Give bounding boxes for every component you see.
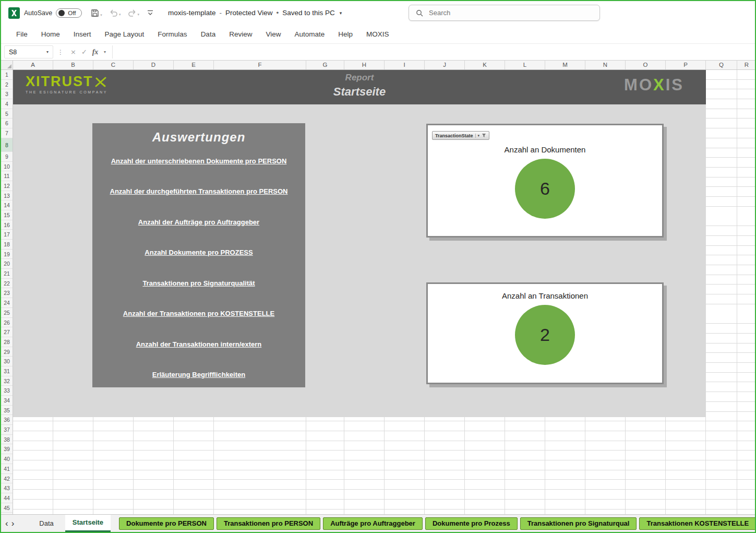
row-header[interactable]: 23 <box>1 288 13 298</box>
column-header[interactable]: O <box>626 61 666 69</box>
quick-access-customize-button[interactable] <box>143 7 158 18</box>
row-header[interactable]: 31 <box>1 366 13 376</box>
row-header[interactable]: 16 <box>1 220 13 230</box>
column-header[interactable]: B <box>53 61 93 69</box>
row-header[interactable]: 8 <box>1 138 13 152</box>
column-header[interactable]: P <box>666 61 706 69</box>
undo-button[interactable]: ▾ <box>106 7 125 19</box>
row-header[interactable]: 32 <box>1 376 13 386</box>
formula-bar-handle[interactable]: ⋮ <box>53 49 68 56</box>
row-header[interactable]: 12 <box>1 181 13 191</box>
report-link[interactable]: Transaktionen pro Signaturqualität <box>95 279 302 287</box>
column-header[interactable]: N <box>585 61 626 69</box>
row-header[interactable]: 33 <box>1 386 13 396</box>
title-dropdown-chevron-icon[interactable]: ▾ <box>339 9 343 17</box>
column-header[interactable]: L <box>505 61 545 69</box>
sheet-tab[interactable]: Aufträge pro Auftraggeber <box>323 517 423 530</box>
row-header[interactable]: 28 <box>1 337 13 347</box>
row-header[interactable]: 9 <box>1 152 13 162</box>
report-link[interactable]: Anzahl der Aufträge pro Auftraggeber <box>95 218 302 226</box>
row-header[interactable]: 14 <box>1 200 13 210</box>
transaction-state-slicer[interactable]: TransactionState ▾ <box>432 131 489 140</box>
report-link[interactable]: Anzahl der Transaktionen pro KOSTENSTELL… <box>95 310 302 317</box>
save-button[interactable]: ▾ <box>87 7 106 19</box>
row-header[interactable]: 42 <box>1 474 13 484</box>
redo-button[interactable]: ▾ <box>124 7 143 19</box>
report-link[interactable]: Erläuterung Begrifflichkeiten <box>95 371 302 378</box>
row-header[interactable]: 18 <box>1 240 13 250</box>
enter-button[interactable]: ✓ <box>79 48 90 56</box>
transactions-chart-card[interactable]: Anzahl an Transaktionen 2 <box>426 282 664 384</box>
column-header[interactable]: D <box>134 61 174 69</box>
column-header[interactable]: H <box>344 61 385 69</box>
row-header[interactable]: 26 <box>1 318 13 328</box>
column-header[interactable]: K <box>465 61 505 69</box>
column-header[interactable]: A <box>13 61 53 69</box>
ribbon-tab[interactable]: Formulas <box>151 27 194 42</box>
ribbon-tab[interactable]: Data <box>194 27 223 42</box>
sheet-tab[interactable]: Transaktionen pro PERSON <box>217 517 320 530</box>
autosave-toggle[interactable]: Off <box>56 8 82 18</box>
row-header[interactable]: 6 <box>1 119 13 128</box>
report-link[interactable]: Anzahl der unterschriebenen Dokumente pr… <box>95 157 302 165</box>
row-header[interactable]: 43 <box>1 483 13 493</box>
ribbon-tab[interactable]: File <box>9 27 34 42</box>
column-header[interactable]: R <box>737 61 755 69</box>
name-box[interactable]: S8 ▾ <box>4 45 53 58</box>
documents-chart-card[interactable]: TransactionState ▾ Anzahl an Dokumenten … <box>426 124 664 238</box>
sheet-tab-startseite[interactable]: Startseite <box>65 515 111 532</box>
column-header[interactable]: Q <box>706 61 737 69</box>
search-input[interactable] <box>409 5 600 21</box>
row-header[interactable]: 3 <box>1 89 13 99</box>
row-header[interactable]: 21 <box>1 269 13 279</box>
row-header[interactable]: 2 <box>1 80 13 90</box>
report-link[interactable]: Anzahl Dokumente pro PROZESS <box>95 248 302 256</box>
row-header[interactable]: 22 <box>1 279 13 289</box>
row-header[interactable]: 19 <box>1 250 13 259</box>
sheet-tab[interactable]: Transaktionen KOSTENSTELLE <box>639 517 756 530</box>
ribbon-tab[interactable]: Automate <box>287 27 331 42</box>
row-header[interactable]: 17 <box>1 230 13 240</box>
formula-bar-expand-icon[interactable]: ▾ <box>101 50 109 54</box>
search-text-field[interactable] <box>428 8 593 17</box>
report-link[interactable]: Anzahl der durchgeführten Transaktionen … <box>95 187 302 195</box>
column-header[interactable]: J <box>425 61 465 69</box>
row-header[interactable]: 29 <box>1 347 13 357</box>
row-header[interactable]: 1 <box>1 70 13 80</box>
row-header[interactable]: 27 <box>1 327 13 337</box>
row-header[interactable]: 10 <box>1 162 13 172</box>
row-header[interactable]: 40 <box>1 454 13 464</box>
row-header[interactable]: 37 <box>1 425 13 435</box>
column-header[interactable]: C <box>93 61 134 69</box>
row-header[interactable]: 41 <box>1 464 13 474</box>
column-header[interactable]: M <box>545 61 585 69</box>
sheet-canvas[interactable]: XITRUST THE ESIGNATURE COMPANY Report St… <box>13 70 755 514</box>
row-header[interactable]: 30 <box>1 357 13 366</box>
row-header[interactable]: 35 <box>1 406 13 416</box>
row-header[interactable]: 5 <box>1 109 13 119</box>
row-header[interactable]: 39 <box>1 444 13 454</box>
select-all-button[interactable] <box>1 61 13 69</box>
sheet-tab[interactable]: Dokumente pro Prozess <box>425 517 518 530</box>
row-header[interactable]: 15 <box>1 210 13 220</box>
ribbon-tab[interactable]: View <box>259 27 287 42</box>
sheet-tab[interactable]: Dokumente pro PERSON <box>119 517 214 530</box>
cancel-button[interactable]: × <box>68 48 79 56</box>
sheet-nav-left-button[interactable]: ‹ <box>5 519 8 528</box>
row-header[interactable]: 24 <box>1 298 13 308</box>
insert-function-button[interactable]: fx <box>90 48 101 56</box>
row-header[interactable]: 44 <box>1 493 13 503</box>
ribbon-tab[interactable]: Insert <box>67 27 98 42</box>
ribbon-tab[interactable]: Home <box>34 27 67 42</box>
sheet-nav-right-button[interactable]: › <box>11 519 15 528</box>
column-header[interactable]: E <box>174 61 214 69</box>
sheet-tab-data[interactable]: Data <box>31 515 62 532</box>
column-header[interactable]: I <box>385 61 425 69</box>
row-header[interactable]: 13 <box>1 191 13 201</box>
row-header[interactable]: 38 <box>1 435 13 445</box>
row-header[interactable]: 45 <box>1 503 13 513</box>
row-header[interactable]: 7 <box>1 128 13 138</box>
ribbon-tab[interactable]: MOXIS <box>359 27 396 42</box>
sheet-tab[interactable]: Transaktionen pro Signaturqual <box>520 517 637 530</box>
column-header[interactable]: F <box>214 61 306 69</box>
